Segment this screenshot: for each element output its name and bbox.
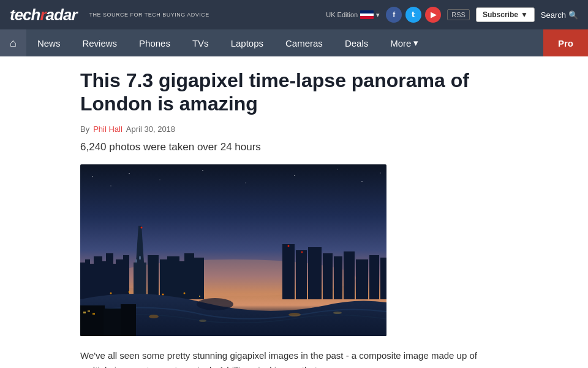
svg-point-44 <box>333 312 342 314</box>
svg-rect-14 <box>139 256 141 259</box>
svg-rect-27 <box>356 259 368 299</box>
svg-point-39 <box>288 245 290 247</box>
search-label: Search <box>541 10 566 20</box>
top-bar: techradar THE SOURCE FOR TECH BUYING ADV… <box>0 0 588 29</box>
svg-point-38 <box>141 226 143 228</box>
svg-rect-29 <box>380 258 386 299</box>
article-meta: By Phil Hall April 30, 2018 <box>80 125 508 134</box>
svg-rect-46 <box>104 309 122 336</box>
subscribe-arrow: ▼ <box>521 10 528 19</box>
svg-rect-48 <box>83 312 86 313</box>
svg-rect-22 <box>296 250 307 299</box>
svg-point-58 <box>294 175 295 176</box>
youtube-icon[interactable]: ▶ <box>425 7 441 23</box>
author-link[interactable]: Phil Hall <box>93 125 123 134</box>
main-nav: ⌂ News Reviews Phones TVs Laptops Camera… <box>0 29 588 56</box>
svg-point-37 <box>199 296 200 297</box>
svg-point-51 <box>197 298 233 310</box>
svg-point-52 <box>92 176 93 177</box>
edition-selector[interactable]: UK Edition ▾ <box>326 10 380 19</box>
nav-item-reviews[interactable]: Reviews <box>71 29 128 56</box>
svg-rect-50 <box>92 313 95 315</box>
svg-rect-13 <box>135 259 137 263</box>
svg-rect-15 <box>148 255 159 299</box>
social-icons: f 𝕥 ▶ <box>386 7 441 23</box>
nav-label-reviews: Reviews <box>82 38 117 48</box>
svg-rect-5 <box>94 256 102 299</box>
svg-point-43 <box>288 313 301 316</box>
home-icon: ⌂ <box>10 37 17 50</box>
facebook-icon[interactable]: f <box>386 7 402 23</box>
nav-label-laptops: Laptops <box>231 38 263 48</box>
search-icon: 🔍 <box>568 10 578 20</box>
nav-item-tvs[interactable]: TVs <box>181 29 220 56</box>
article-image <box>80 164 386 336</box>
svg-point-30 <box>110 292 112 294</box>
svg-rect-25 <box>334 256 342 299</box>
svg-rect-17 <box>167 256 179 299</box>
svg-point-41 <box>149 315 159 318</box>
more-chevron-icon: ▾ <box>413 37 418 48</box>
svg-rect-45 <box>80 305 105 336</box>
nav-pro-label: Pro <box>558 38 573 48</box>
svg-point-53 <box>110 185 111 186</box>
nav-pro-button[interactable]: Pro <box>543 29 588 56</box>
search-button[interactable]: Search 🔍 <box>541 10 578 20</box>
svg-rect-24 <box>323 253 333 299</box>
article-container: This 7.3 gigapixel time-lapse panorama o… <box>70 56 518 368</box>
svg-rect-10 <box>123 255 129 299</box>
top-bar-left: techradar THE SOURCE FOR TECH BUYING ADV… <box>10 6 209 25</box>
svg-point-54 <box>129 173 130 174</box>
svg-point-36 <box>184 292 186 294</box>
svg-rect-49 <box>88 310 90 312</box>
by-label: By <box>80 125 89 134</box>
edition-label: UK Edition <box>326 11 358 18</box>
nav-label-news: News <box>37 38 61 48</box>
svg-point-61 <box>380 172 380 173</box>
svg-point-59 <box>337 169 337 169</box>
svg-point-34 <box>162 293 164 295</box>
logo-text: techradar <box>10 6 77 25</box>
nav-label-cameras: Cameras <box>285 38 323 48</box>
tagline: THE SOURCE FOR TECH BUYING ADVICE <box>89 12 209 18</box>
london-panorama-svg <box>80 164 386 336</box>
svg-point-32 <box>129 291 130 293</box>
article-paragraph-1: We've all seen some pretty stunning giga… <box>80 348 508 368</box>
site-logo[interactable]: techradar <box>10 6 77 25</box>
edition-chevron: ▾ <box>376 11 380 19</box>
article-body: We've all seen some pretty stunning giga… <box>80 348 508 368</box>
nav-label-phones: Phones <box>139 38 170 48</box>
subscribe-label: Subscribe <box>483 10 518 19</box>
nav-item-deals[interactable]: Deals <box>334 29 379 56</box>
svg-point-57 <box>245 182 246 183</box>
article-subtitle: 6,240 photos were taken over 24 hours <box>80 141 508 153</box>
svg-point-60 <box>361 181 363 182</box>
top-bar-right: UK Edition ▾ f 𝕥 ▶ RSS Subscribe ▼ Searc… <box>326 7 578 23</box>
nav-item-phones[interactable]: Phones <box>128 29 181 56</box>
svg-point-42 <box>199 320 206 322</box>
nav-item-cameras[interactable]: Cameras <box>274 29 334 56</box>
article-date: April 30, 2018 <box>126 125 175 134</box>
svg-rect-21 <box>282 244 295 299</box>
svg-rect-26 <box>344 251 355 299</box>
svg-rect-47 <box>121 304 136 336</box>
nav-item-more[interactable]: More ▾ <box>379 29 429 56</box>
home-nav-item[interactable]: ⌂ <box>0 29 26 56</box>
nav-item-news[interactable]: News <box>26 29 72 56</box>
svg-rect-9 <box>116 259 124 299</box>
uk-flag-icon <box>360 10 374 19</box>
nav-label-deals: Deals <box>345 38 368 48</box>
twitter-icon[interactable]: 𝕥 <box>405 7 421 23</box>
svg-rect-28 <box>369 255 379 299</box>
subscribe-button[interactable]: Subscribe ▼ <box>476 7 535 22</box>
svg-point-40 <box>301 251 303 253</box>
nav-label-tvs: TVs <box>192 38 209 48</box>
svg-point-56 <box>202 170 203 171</box>
svg-rect-20 <box>193 258 204 299</box>
nav-label-more: More <box>390 38 411 48</box>
nav-item-laptops[interactable]: Laptops <box>220 29 274 56</box>
svg-rect-16 <box>160 259 168 299</box>
svg-rect-19 <box>184 253 194 299</box>
svg-point-55 <box>159 179 160 180</box>
rss-button[interactable]: RSS <box>447 9 470 20</box>
